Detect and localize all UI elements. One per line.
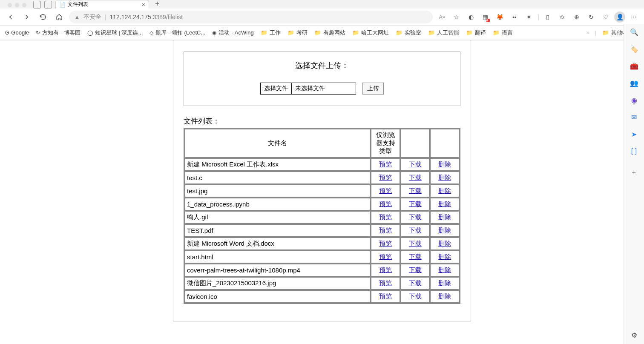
outlook-icon[interactable]: ✉ — [630, 112, 639, 122]
extensions-icon[interactable]: ✦ — [523, 11, 535, 23]
preview-link[interactable]: 预览 — [379, 266, 392, 273]
download-link[interactable]: 下载 — [409, 174, 422, 181]
tab-overview-icon[interactable] — [33, 1, 41, 9]
choose-file-button[interactable]: 选择文件 — [261, 83, 292, 94]
preview-link[interactable]: 预览 — [379, 200, 392, 207]
more-icon[interactable]: ⋯ — [628, 11, 640, 23]
bookmark-item-6[interactable]: 📁考研 — [288, 29, 308, 37]
profile-avatar[interactable]: 👤 — [614, 11, 625, 23]
download-link[interactable]: 下载 — [409, 240, 422, 247]
bookmark-item-1[interactable]: ↻方知有 - 博客园 — [36, 29, 80, 37]
brackets-icon[interactable]: [ ] — [630, 146, 639, 156]
download-link[interactable]: 下载 — [409, 161, 422, 168]
add-sidebar-icon[interactable]: + — [630, 168, 639, 177]
ext1-icon[interactable]: ◐ — [465, 11, 477, 23]
preview-cell: 预览 — [371, 172, 400, 184]
tab-close-icon[interactable]: × — [142, 1, 145, 8]
bookmark-item-7[interactable]: 📁有趣网站 — [314, 29, 345, 37]
bookmark-item-0[interactable]: GGoogle — [5, 29, 29, 36]
favorite-star-icon[interactable]: ☆ — [451, 11, 463, 23]
preview-link[interactable]: 预览 — [379, 226, 392, 234]
folder-icon: 📁 — [602, 29, 609, 36]
tab-favicon-icon: 📄 — [59, 2, 65, 8]
sidebar-toggle-icon[interactable]: ▯ — [542, 11, 554, 23]
delete-link[interactable]: 删除 — [438, 187, 451, 194]
download-link[interactable]: 下载 — [409, 266, 422, 273]
home-button[interactable] — [53, 11, 66, 23]
download-link[interactable]: 下载 — [409, 200, 422, 207]
bookmark-label: 知识星球 | 深度连... — [95, 29, 143, 37]
bookmark-item-5[interactable]: 📁工作 — [261, 29, 281, 37]
bookmark-item-10[interactable]: 📁人工智能 — [428, 29, 459, 37]
ext3-icon[interactable]: 🦊 — [494, 11, 506, 23]
preview-link[interactable]: 预览 — [379, 187, 392, 194]
favorites-icon[interactable]: ✩ — [556, 11, 568, 23]
download-link[interactable]: 下载 — [409, 226, 422, 234]
send-icon[interactable]: ➤ — [630, 129, 639, 139]
bookmark-item-8[interactable]: 📁哈工大网址 — [352, 29, 389, 37]
preview-link[interactable]: 预览 — [379, 279, 392, 287]
bookmarks-overflow-icon[interactable]: › — [587, 29, 589, 36]
folder-icon: 📁 — [288, 29, 294, 36]
preview-link[interactable]: 预览 — [379, 292, 392, 300]
preview-cell: 预览 — [371, 224, 400, 237]
upload-button[interactable]: 上传 — [362, 83, 384, 95]
bookmark-item-12[interactable]: 📁语言 — [493, 29, 513, 37]
maximize-window-dot[interactable] — [22, 3, 26, 7]
download-link[interactable]: 下载 — [409, 187, 422, 194]
close-window-dot[interactable] — [8, 3, 12, 7]
tag-icon[interactable]: 🏷️ — [630, 44, 639, 54]
delete-link[interactable]: 删除 — [438, 266, 451, 273]
active-tab[interactable]: 📄 文件列表 × — [55, 0, 149, 9]
ext2-icon[interactable]: ▦4 — [480, 11, 492, 23]
read-aloud-icon[interactable]: A» — [436, 11, 448, 23]
delete-link[interactable]: 删除 — [438, 213, 451, 221]
bookmark-item-11[interactable]: 📁翻译 — [466, 29, 486, 37]
bookmark-label: 考研 — [296, 29, 308, 37]
history-icon[interactable]: ↻ — [585, 11, 597, 23]
delete-link[interactable]: 删除 — [438, 174, 451, 181]
preview-cell: 预览 — [371, 264, 400, 276]
delete-link[interactable]: 删除 — [438, 226, 451, 234]
preview-link[interactable]: 预览 — [379, 240, 392, 247]
delete-link[interactable]: 删除 — [438, 240, 451, 247]
bookmark-item-3[interactable]: ◇题库 - 领扣 (LeetC... — [150, 29, 205, 37]
people-icon[interactable]: 👥 — [630, 78, 639, 88]
delete-link[interactable]: 删除 — [438, 279, 451, 287]
back-button[interactable] — [4, 11, 17, 23]
collections-icon[interactable]: ⊕ — [571, 11, 583, 23]
window-controls — [4, 2, 30, 9]
url-text: 112.124.24.175:3389/filelist — [110, 14, 183, 20]
delete-link[interactable]: 删除 — [438, 200, 451, 207]
forward-button[interactable] — [20, 11, 33, 23]
minimize-window-dot[interactable] — [15, 3, 19, 7]
toolbox-icon[interactable]: 🧰 — [630, 61, 639, 71]
ext4-icon[interactable]: ▪▪ — [509, 11, 520, 23]
search-icon[interactable]: 🔍 — [630, 27, 639, 37]
preview-link[interactable]: 预览 — [379, 174, 392, 181]
tab-split-icon[interactable] — [44, 1, 52, 9]
preview-cell: 预览 — [371, 290, 400, 303]
bookmark-item-9[interactable]: 📁实验室 — [396, 29, 421, 37]
bookmark-item-4[interactable]: ◉活动 - AcWing — [212, 29, 253, 37]
download-link[interactable]: 下载 — [409, 213, 422, 221]
download-link[interactable]: 下载 — [409, 279, 422, 287]
delete-link[interactable]: 删除 — [438, 292, 451, 300]
no-file-label: 未选择文件 — [292, 83, 356, 94]
delete-cell: 删除 — [430, 211, 459, 224]
download-link[interactable]: 下载 — [409, 292, 422, 300]
preview-link[interactable]: 预览 — [379, 213, 392, 221]
refresh-button[interactable] — [37, 11, 49, 23]
preview-link[interactable]: 预览 — [379, 161, 392, 168]
new-tab-button[interactable]: + — [152, 0, 162, 9]
bookmark-item-2[interactable]: ◯知识星球 | 深度连... — [87, 29, 143, 37]
file-picker[interactable]: 选择文件 未选择文件 — [260, 83, 356, 95]
performance-icon[interactable]: ♡ — [600, 11, 612, 23]
delete-link[interactable]: 删除 — [438, 253, 451, 260]
delete-link[interactable]: 删除 — [438, 161, 451, 168]
file-name-cell: test.c — [185, 172, 370, 184]
preview-link[interactable]: 预览 — [379, 253, 392, 260]
copilot-icon[interactable]: ◉ — [630, 95, 639, 105]
address-bar[interactable]: ▲ 不安全 | 112.124.24.175:3389/filelist — [69, 11, 433, 23]
download-link[interactable]: 下载 — [409, 253, 422, 260]
